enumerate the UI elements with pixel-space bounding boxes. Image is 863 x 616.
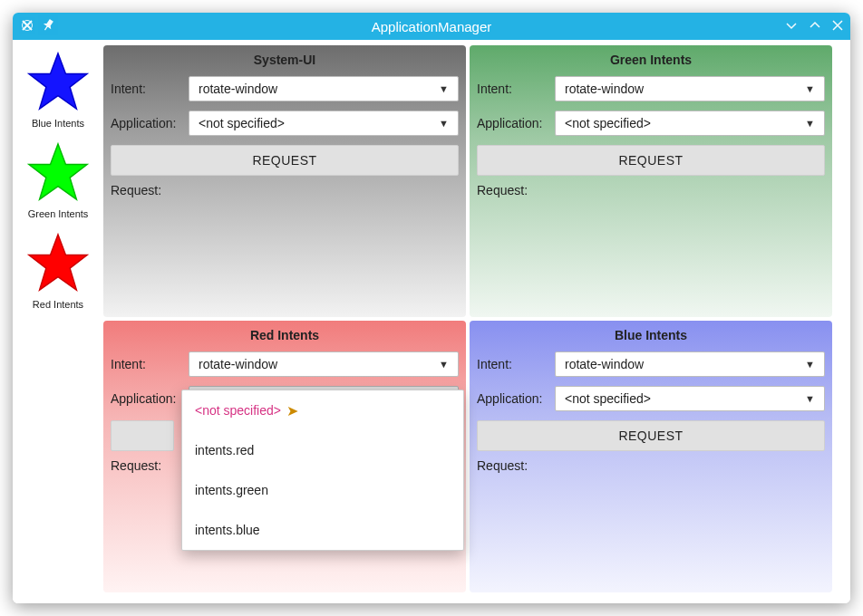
intent-select[interactable]: rotate-window ▼	[189, 76, 459, 101]
request-label: Request:	[477, 458, 825, 473]
intent-select-value: rotate-window	[565, 357, 644, 371]
application-select-value: <not specified>	[199, 116, 285, 130]
sidebar-item-label: Blue Intents	[32, 118, 84, 129]
request-button[interactable]: REQUEST	[477, 420, 825, 451]
panel-title: Red Intents	[111, 326, 459, 348]
request-button[interactable]: REQUEST	[111, 145, 459, 176]
intent-label: Intent:	[111, 357, 183, 371]
application-label: Application:	[111, 391, 183, 406]
request-label: Request:	[111, 183, 459, 197]
panel-system-ui: System-UI Intent: rotate-window ▼ Applic…	[103, 45, 466, 317]
panel-blue-intents: Blue Intents Intent: rotate-window ▼ App…	[470, 321, 832, 592]
star-icon	[26, 51, 90, 114]
application-select-value: <not specified>	[565, 116, 651, 130]
panel-title: System-UI	[111, 51, 459, 72]
close-icon[interactable]	[832, 19, 843, 34]
dropdown-option[interactable]: <not specified> ➤	[182, 390, 463, 430]
application-select[interactable]: <not specified> ▼	[189, 111, 459, 136]
title-bar[interactable]: ApplicationManager	[13, 13, 850, 40]
intent-select[interactable]: rotate-window ▼	[189, 351, 459, 377]
chevron-down-icon: ▼	[805, 118, 815, 129]
dropdown-option[interactable]: intents.green	[182, 470, 463, 510]
dropdown-option-label: intents.red	[195, 443, 254, 457]
chevron-down-icon: ▼	[805, 359, 815, 370]
intent-select[interactable]: rotate-window ▼	[555, 351, 825, 377]
dropdown-option[interactable]: intents.red	[182, 430, 463, 470]
sidebar-item-label: Green Intents	[28, 208, 89, 219]
intent-select-value: rotate-window	[199, 357, 277, 371]
application-label: Application:	[477, 391, 549, 406]
sidebar-item-blue[interactable]: Blue Intents	[13, 51, 103, 129]
request-label: Request:	[477, 183, 825, 197]
sidebar: Blue Intents Green Intents Red Intents	[13, 40, 103, 603]
sidebar-item-label: Red Intents	[33, 299, 83, 310]
chevron-down-icon: ▼	[439, 359, 449, 370]
sidebar-item-green[interactable]: Green Intents	[13, 141, 103, 219]
application-label: Application:	[477, 116, 549, 130]
intent-label: Intent:	[477, 357, 549, 371]
minimize-icon[interactable]	[785, 19, 798, 34]
chevron-down-icon: ▼	[439, 83, 449, 94]
dropdown-option-label: intents.green	[195, 483, 268, 497]
window-title: ApplicationManager	[13, 19, 850, 34]
panel-title: Blue Intents	[477, 326, 825, 348]
request-button[interactable]	[111, 420, 174, 451]
svg-marker-3	[29, 235, 87, 290]
maximize-icon[interactable]	[809, 19, 821, 34]
panel-title: Green Intents	[477, 51, 825, 72]
sidebar-item-red[interactable]: Red Intents	[13, 232, 103, 310]
application-dropdown[interactable]: <not specified> ➤ intents.red intents.gr…	[181, 390, 464, 551]
application-select[interactable]: <not specified> ▼	[555, 111, 825, 136]
intent-select[interactable]: rotate-window ▼	[555, 76, 825, 101]
chevron-down-icon: ▼	[805, 83, 815, 94]
intent-select-value: rotate-window	[565, 82, 644, 96]
application-label: Application:	[111, 116, 183, 130]
chevron-down-icon: ▼	[439, 118, 449, 129]
intent-label: Intent:	[111, 82, 183, 96]
application-select-value: <not specified>	[565, 391, 651, 406]
application-select[interactable]: <not specified> ▼	[555, 386, 825, 411]
request-button[interactable]: REQUEST	[477, 145, 825, 176]
window-frame: ApplicationManager Blue Intents Green In…	[13, 13, 850, 603]
app-icon	[20, 18, 34, 35]
client-area: Blue Intents Green Intents Red Intents S…	[13, 40, 850, 603]
star-icon	[26, 141, 90, 205]
star-icon	[26, 232, 90, 295]
cursor-icon: ➤	[286, 402, 298, 419]
dropdown-option-label: intents.blue	[195, 523, 260, 537]
svg-marker-2	[29, 144, 87, 199]
intent-label: Intent:	[477, 82, 549, 96]
stage: System-UI Intent: rotate-window ▼ Applic…	[103, 45, 845, 598]
dropdown-option-label: <not specified>	[195, 403, 281, 418]
svg-marker-1	[29, 53, 87, 109]
dropdown-option[interactable]: intents.blue	[182, 510, 463, 550]
pin-icon[interactable]	[42, 19, 54, 34]
chevron-down-icon: ▼	[805, 393, 815, 404]
intent-select-value: rotate-window	[199, 82, 277, 96]
panel-green-intents: Green Intents Intent: rotate-window ▼ Ap…	[470, 45, 832, 317]
